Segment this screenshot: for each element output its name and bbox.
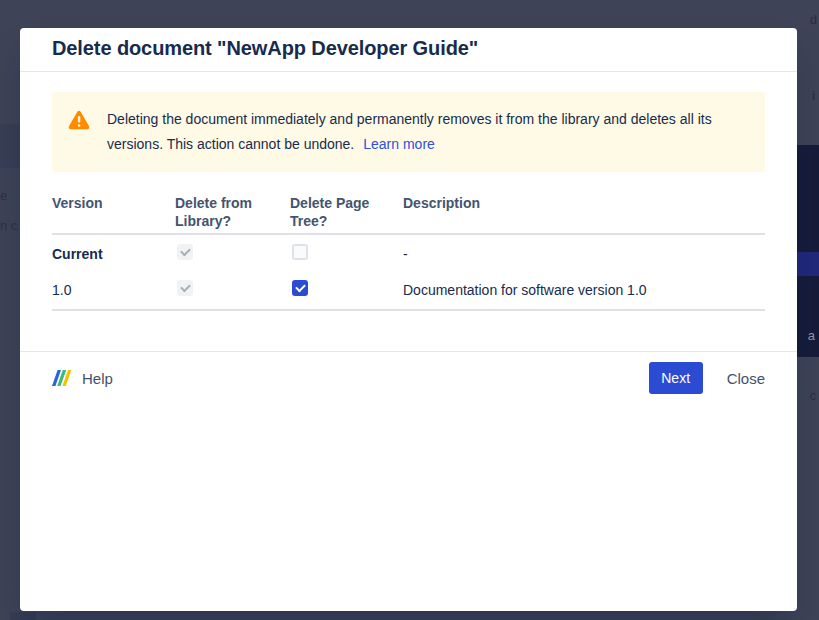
help-link[interactable]: Help — [52, 370, 113, 387]
close-button[interactable]: Close — [727, 370, 765, 387]
column-header-delete-from-library: Delete from Library? — [175, 194, 290, 230]
backdrop-text-fragment: n c — [0, 218, 17, 233]
versions-table: Version Delete from Library? Delete Page… — [52, 194, 765, 311]
warning-text: Deleting the document immediately and pe… — [107, 107, 749, 157]
backdrop-left-band — [0, 124, 20, 168]
backdrop-text-fragment: c — [810, 388, 817, 403]
backdrop-text-fragment: e — [0, 188, 7, 203]
dialog-header: Delete document "NewApp Developer Guide" — [20, 28, 797, 72]
learn-more-link[interactable]: Learn more — [363, 136, 435, 152]
backdrop-right-highlight — [797, 252, 819, 276]
description-cell: - — [403, 246, 765, 262]
table-row-1-0: 1.0 Documentation for software version 1… — [52, 272, 765, 311]
backdrop-text-fragment: i — [812, 88, 815, 103]
column-header-version: Version — [52, 194, 175, 212]
dialog-body: Deleting the document immediately and pe… — [20, 72, 797, 311]
column-header-delete-page-tree: Delete Page Tree? — [290, 194, 403, 230]
table-header-row: Version Delete from Library? Delete Page… — [52, 194, 765, 235]
delete-from-library-checkbox — [177, 244, 193, 260]
k15t-logo-icon — [52, 370, 72, 386]
warning-banner: Deleting the document immediately and pe… — [52, 92, 765, 172]
delete-page-tree-checkbox[interactable] — [292, 244, 308, 260]
footer-actions: Next Close — [649, 362, 765, 394]
delete-page-tree-checkbox[interactable] — [292, 280, 308, 296]
delete-document-dialog: Delete document "NewApp Developer Guide"… — [20, 28, 797, 611]
delete-from-library-checkbox — [177, 280, 193, 296]
dialog-empty-area — [20, 404, 797, 611]
next-button[interactable]: Next — [649, 362, 703, 394]
dialog-footer: Help Next Close — [20, 351, 797, 404]
description-cell: Documentation for software version 1.0 — [403, 282, 765, 298]
warning-triangle-icon — [68, 110, 90, 130]
table-row-current: Current - — [52, 235, 765, 272]
dialog-title: Delete document "NewApp Developer Guide" — [52, 35, 765, 61]
help-label: Help — [82, 370, 113, 387]
backdrop-right-panel — [797, 145, 819, 357]
backdrop-bottom-tab — [10, 612, 36, 620]
version-label: Current — [52, 246, 175, 262]
backdrop-text-fragment: d — [810, 12, 817, 27]
column-header-description: Description — [403, 194, 765, 212]
version-label: 1.0 — [52, 282, 175, 298]
